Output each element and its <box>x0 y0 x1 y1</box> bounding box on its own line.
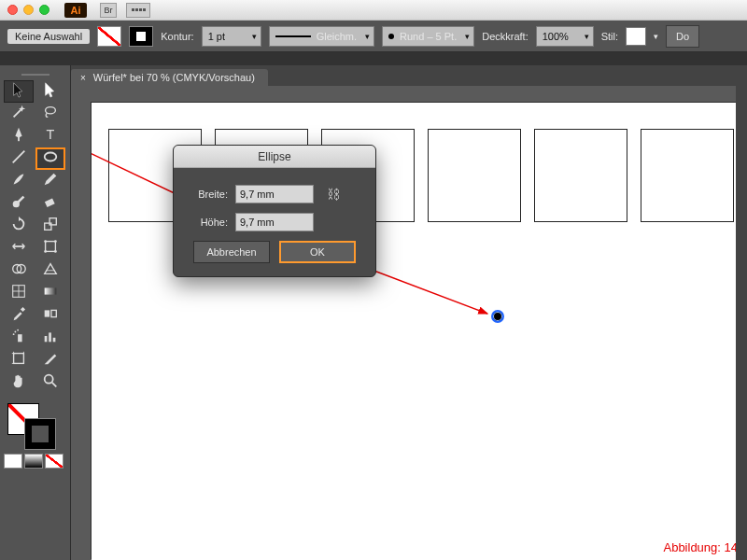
rotate-icon <box>10 216 27 236</box>
slice-tool[interactable] <box>35 349 65 371</box>
perspective-icon <box>42 260 59 281</box>
zoom-icon <box>42 372 59 393</box>
ellipse-dialog: Ellipse Breite: ⛓ Höhe: Abbrechen OK <box>173 145 376 277</box>
svg-line-33 <box>364 267 487 314</box>
right-panel-strip[interactable] <box>736 65 747 560</box>
fill-swatch[interactable] <box>97 26 121 47</box>
document-setup-button[interactable]: Do <box>666 25 699 48</box>
zoom-tool[interactable] <box>35 371 65 394</box>
type-tool[interactable]: T <box>35 125 65 147</box>
svg-rect-7 <box>45 223 51 230</box>
rotate-tool[interactable] <box>4 215 34 237</box>
stroke-profile-label: Rund – 5 Pt. <box>400 31 457 42</box>
line-tool[interactable] <box>4 147 34 170</box>
cancel-button[interactable]: Abbrechen <box>193 241 270 263</box>
dark-strip <box>0 52 747 65</box>
color-mode-solid[interactable] <box>4 454 22 469</box>
style-dropdown-icon[interactable]: ▾ <box>654 32 658 41</box>
width-input[interactable] <box>235 185 314 203</box>
svg-rect-20 <box>45 310 49 316</box>
pencil-tool[interactable] <box>35 170 65 192</box>
artboard-tool[interactable] <box>4 349 34 371</box>
scale-icon <box>42 216 59 236</box>
pen-icon <box>10 126 27 147</box>
perspective-tool[interactable] <box>35 259 65 282</box>
die-square[interactable] <box>534 129 627 222</box>
artboard-icon <box>10 350 27 371</box>
stroke-color-icon[interactable] <box>24 418 56 450</box>
window-zoom-icon[interactable] <box>39 5 49 15</box>
width-icon <box>10 238 27 259</box>
stroke-weight-dropdown[interactable]: 1 pt <box>202 26 261 47</box>
panel-grabber-icon[interactable] <box>4 71 66 78</box>
eyedropper-tool[interactable] <box>4 304 34 327</box>
document-tab[interactable]: × Würfel* bei 70 % (CMYK/Vorschau) <box>71 69 268 86</box>
opacity-label: Deckkraft: <box>482 31 529 42</box>
bridge-button[interactable]: Br <box>100 3 117 18</box>
direct-selection-tool[interactable] <box>35 80 65 103</box>
window-close-icon[interactable] <box>7 5 18 15</box>
ellipse-result[interactable] <box>491 310 504 323</box>
pen-tool[interactable] <box>4 125 34 147</box>
round-dot-icon <box>388 34 394 39</box>
mesh-tool[interactable] <box>4 282 34 304</box>
constrain-proportions-icon[interactable]: ⛓ <box>327 187 340 202</box>
shape-builder-tool[interactable] <box>4 259 34 282</box>
ellipse-tool[interactable] <box>35 147 65 170</box>
blend-tool[interactable] <box>35 304 65 327</box>
gradient-tool[interactable] <box>35 282 65 304</box>
arrange-docs-button[interactable] <box>126 3 150 18</box>
blob-brush-icon <box>10 193 27 214</box>
free-transform-icon <box>42 238 59 259</box>
window-minimize-icon[interactable] <box>23 5 34 15</box>
die-square[interactable] <box>641 129 734 222</box>
blend-icon <box>42 305 59 326</box>
svg-point-25 <box>13 333 15 335</box>
stroke-dash-dropdown[interactable]: Gleichm. <box>269 26 374 47</box>
solid-line-icon <box>275 35 311 37</box>
svg-rect-21 <box>51 310 56 316</box>
lasso-tool[interactable] <box>35 103 65 125</box>
magic-wand-icon <box>10 104 27 124</box>
color-mode-none[interactable] <box>45 454 63 469</box>
svg-rect-18 <box>45 287 57 294</box>
line-icon <box>10 148 27 169</box>
svg-point-24 <box>17 329 19 331</box>
hand-tool[interactable] <box>4 371 34 394</box>
figure-caption: Abbildung: 14 <box>663 540 738 554</box>
blob-brush-tool[interactable] <box>4 192 34 215</box>
fill-stroke-control[interactable] <box>4 401 65 448</box>
height-input[interactable] <box>235 213 314 231</box>
eraser-icon <box>42 193 59 214</box>
control-bar: Keine Auswahl Kontur: 1 pt Gleichm. Rund… <box>0 21 747 52</box>
graphic-style-swatch[interactable] <box>626 27 646 46</box>
opacity-dropdown[interactable]: 100% <box>536 26 594 47</box>
svg-rect-1 <box>18 137 20 142</box>
close-tab-icon[interactable]: × <box>80 73 86 83</box>
document-tabbar: × Würfel* bei 70 % (CMYK/Vorschau) <box>71 65 747 86</box>
width-tool[interactable] <box>4 237 34 259</box>
scale-tool[interactable] <box>35 215 65 237</box>
eyedropper-icon <box>10 305 27 326</box>
color-mode-gradient[interactable] <box>24 454 43 469</box>
column-graph-tool[interactable] <box>35 327 65 349</box>
svg-point-10 <box>44 240 47 243</box>
slice-icon <box>42 350 59 371</box>
type-icon: T <box>42 126 59 147</box>
symbol-spray-tool[interactable] <box>4 327 34 349</box>
magic-wand-tool[interactable] <box>4 103 34 125</box>
eraser-tool[interactable] <box>35 192 65 215</box>
selection-icon <box>10 81 27 102</box>
stroke-profile-dropdown[interactable]: Rund – 5 Pt. <box>382 26 474 47</box>
dialog-title: Ellipse <box>174 146 375 168</box>
app-badge: Ai <box>64 3 87 18</box>
gradient-icon <box>42 283 59 303</box>
brush-tool[interactable] <box>4 170 34 192</box>
selection-tool[interactable] <box>4 80 34 103</box>
stroke-swatch[interactable] <box>129 26 153 47</box>
free-transform-tool[interactable] <box>35 237 65 259</box>
die-square[interactable] <box>428 129 521 222</box>
svg-rect-27 <box>49 332 51 342</box>
svg-point-13 <box>54 250 57 253</box>
ok-button[interactable]: OK <box>279 241 356 263</box>
